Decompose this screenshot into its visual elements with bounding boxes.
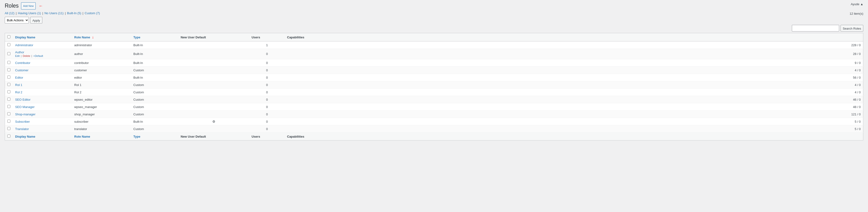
type-cell: Custom bbox=[131, 67, 178, 74]
select-all-checkbox[interactable] bbox=[7, 35, 10, 38]
display-name-link[interactable]: SEO Manager bbox=[15, 105, 34, 109]
row-checkbox[interactable] bbox=[7, 98, 10, 101]
capabilities-cell: 46 / 0 bbox=[285, 96, 863, 103]
apply-button[interactable]: Apply bbox=[30, 17, 42, 23]
add-new-arrow-indicator: ← bbox=[38, 4, 43, 8]
row-checkbox[interactable] bbox=[7, 127, 10, 130]
type-footer-link[interactable]: Type bbox=[133, 135, 140, 138]
row-checkbox[interactable] bbox=[7, 83, 10, 86]
row-checkbox[interactable] bbox=[7, 68, 10, 71]
row-checkbox[interactable] bbox=[7, 76, 10, 79]
users-cell: 0 bbox=[249, 67, 285, 74]
type-sort-link[interactable]: Type bbox=[133, 35, 140, 39]
display-name-link[interactable]: Translator bbox=[15, 127, 29, 131]
capabilities-cell: 5 / 0 bbox=[285, 125, 863, 133]
type-cell: Custom bbox=[131, 81, 178, 88]
capabilities-cell: 4 / 0 bbox=[285, 67, 863, 74]
display-name-link[interactable]: Editor bbox=[15, 76, 23, 79]
capabilities-cell: 9 / 0 bbox=[285, 59, 863, 67]
filter-having-users[interactable]: Having Users (1) bbox=[18, 11, 41, 15]
items-count: 12 item(s) bbox=[849, 12, 863, 16]
row-checkbox[interactable] bbox=[7, 52, 10, 55]
users-cell: 0 bbox=[249, 96, 285, 103]
table-row: TranslatortranslatorCustom05 / 0 bbox=[5, 125, 863, 133]
roles-table: Display Name Role Name ↓ Type New User D… bbox=[5, 33, 863, 140]
display-name-header[interactable]: Display Name bbox=[13, 33, 72, 42]
type-cell: Custom bbox=[131, 88, 178, 96]
role-name-header[interactable]: Role Name ↓ bbox=[72, 33, 131, 42]
role-name-sort-link[interactable]: Role Name bbox=[74, 35, 90, 39]
type-footer[interactable]: Type bbox=[131, 133, 178, 140]
search-roles-input[interactable] bbox=[792, 25, 839, 31]
row-checkbox[interactable] bbox=[7, 112, 10, 115]
filter-custom[interactable]: Custom (7) bbox=[85, 11, 100, 15]
capabilities-cell: 4 / 0 bbox=[285, 81, 863, 88]
type-cell: Built-In bbox=[131, 59, 178, 67]
display-name-link[interactable]: Contributor bbox=[15, 61, 30, 65]
type-cell: Built-In bbox=[131, 74, 178, 81]
filter-no-users[interactable]: No Users (11) bbox=[44, 11, 64, 15]
bulk-actions-select[interactable]: Bulk Actions Delete bbox=[5, 17, 29, 23]
display-name-link[interactable]: Rol 1 bbox=[15, 83, 22, 87]
page-title: Roles bbox=[5, 2, 19, 9]
new-user-default-header: New User Default bbox=[178, 33, 249, 42]
display-name-link[interactable]: Customer bbox=[15, 69, 28, 72]
display-name-link[interactable]: Subscriber bbox=[15, 120, 30, 124]
select-all-header[interactable] bbox=[5, 33, 13, 42]
capabilities-footer: Capabilities bbox=[285, 133, 863, 140]
capabilities-cell: 5 / 0 bbox=[285, 118, 863, 125]
row-checkbox[interactable] bbox=[7, 90, 10, 93]
select-all-footer-checkbox[interactable] bbox=[7, 135, 10, 138]
role-name-cell: wpseo_editor bbox=[72, 96, 131, 103]
users-cell: 0 bbox=[249, 59, 285, 67]
capabilities-cell: 4 / 0 bbox=[285, 88, 863, 96]
role-name-cell: translator bbox=[72, 125, 131, 133]
ayude-menu[interactable]: Ayude ▲ bbox=[851, 2, 863, 6]
role-name-cell: editor bbox=[72, 74, 131, 81]
table-row: CustomercustomerCustom04 / 0 bbox=[5, 67, 863, 74]
type-cell: Custom bbox=[131, 111, 178, 118]
new-user-default-footer: New User Default bbox=[178, 133, 249, 140]
display-name-footer[interactable]: Display Name bbox=[13, 133, 72, 140]
display-name-link[interactable]: Rol 2 bbox=[15, 90, 22, 94]
capabilities-cell: 28 / 0 bbox=[285, 49, 863, 59]
row-checkbox[interactable] bbox=[7, 61, 10, 64]
row-action-delete[interactable]: Delete bbox=[23, 54, 30, 57]
row-action-default[interactable]: +Default bbox=[33, 54, 43, 57]
search-roles-button[interactable]: Search Roles bbox=[841, 25, 863, 31]
role-name-cell: shop_manager bbox=[72, 111, 131, 118]
table-row: SEO Managerwpseo_managerCustom048 / 0 bbox=[5, 103, 863, 111]
sort-arrow-indicator: ↓ bbox=[92, 35, 94, 39]
role-name-cell: administrator bbox=[72, 42, 131, 49]
role-name-footer-link[interactable]: Role Name bbox=[74, 135, 90, 138]
row-checkbox[interactable] bbox=[7, 105, 10, 108]
row-action-edit[interactable]: Edit bbox=[15, 54, 20, 57]
capabilities-cell: 48 / 0 bbox=[285, 103, 863, 111]
users-cell: 0 bbox=[249, 81, 285, 88]
table-row: SubscribersubscriberBuilt-In⚙05 / 0 bbox=[5, 118, 863, 125]
display-name-footer-link[interactable]: Display Name bbox=[15, 135, 35, 138]
filter-all[interactable]: All (12) bbox=[5, 11, 14, 15]
capabilities-cell: 56 / 0 bbox=[285, 74, 863, 81]
row-checkbox[interactable] bbox=[7, 120, 10, 123]
table-row: Rol 1Rol 1Custom04 / 0 bbox=[5, 81, 863, 88]
type-cell: Built-In bbox=[131, 49, 178, 59]
display-name-sort-link[interactable]: Display Name bbox=[15, 35, 35, 39]
select-all-footer[interactable] bbox=[5, 133, 13, 140]
display-name-link[interactable]: SEO Editor bbox=[15, 98, 31, 101]
row-checkbox[interactable] bbox=[7, 43, 10, 46]
filter-built-in[interactable]: Built-In (5) bbox=[67, 11, 81, 15]
display-name-link[interactable]: Shop-manager bbox=[15, 112, 35, 116]
type-header[interactable]: Type bbox=[131, 33, 178, 42]
users-cell: 0 bbox=[249, 88, 285, 96]
display-name-link[interactable]: Author bbox=[15, 50, 24, 54]
table-row: ContributorcontributorBuilt-In09 / 0 bbox=[5, 59, 863, 67]
add-new-button[interactable]: Add New bbox=[21, 2, 36, 9]
table-row: SEO Editorwpseo_editorCustom046 / 0 bbox=[5, 96, 863, 103]
role-name-cell: author bbox=[72, 49, 131, 59]
capabilities-cell: 121 / 0 bbox=[285, 111, 863, 118]
role-name-footer[interactable]: Role Name bbox=[72, 133, 131, 140]
role-name-cell: contributor bbox=[72, 59, 131, 67]
display-name-link[interactable]: Administrator bbox=[15, 43, 33, 47]
users-cell: 0 bbox=[249, 118, 285, 125]
